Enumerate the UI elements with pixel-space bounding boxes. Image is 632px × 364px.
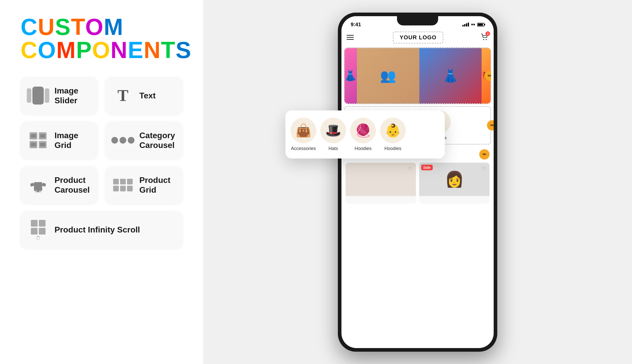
- products-row: ♡ 👩 ♡ Sale: [346, 163, 490, 204]
- popup-cat-hoodies2: 👶 Hoodies: [380, 118, 406, 151]
- logo: YOUR LOGO: [393, 32, 443, 43]
- product-carousel-icon: [28, 175, 48, 195]
- sale-badge: Sale: [421, 165, 433, 170]
- category-carousel-label: Category Carousel: [139, 130, 175, 150]
- popup-cat-accessories: 👜 Accessories: [291, 118, 316, 151]
- popup-label-hoodies2: Hoodies: [384, 146, 401, 151]
- category-popup: 👜 Accessories 🎩 Hats 🧶 Hoodies 👶 Hoodies: [285, 110, 445, 158]
- cart-badge: 2: [485, 31, 490, 36]
- battery-icon: [477, 23, 484, 26]
- product-infinity-icon: [28, 219, 48, 240]
- component-card-category-carousel[interactable]: Category Carousel: [105, 122, 183, 159]
- svg-rect-2: [42, 183, 46, 187]
- popup-circle-hoodies: 🧶: [350, 118, 376, 143]
- product-infinity-label: Product Infinity Scroll: [55, 225, 140, 235]
- popup-circle-hats: 🎩: [320, 118, 346, 143]
- image-slider-label: Image Slider: [55, 86, 91, 106]
- phone-mockup: 9:41 ▾▾: [338, 13, 497, 352]
- component-card-product-grid[interactable]: Product Grid: [105, 166, 183, 203]
- signal-icon: [462, 23, 469, 26]
- svg-point-7: [486, 39, 487, 40]
- heart-button-1[interactable]: ♡: [406, 165, 414, 173]
- page-title: CUSTOM COMPONENTS: [21, 15, 183, 62]
- components-grid: Image Slider T Text Image Grid: [21, 77, 183, 248]
- cart-button[interactable]: 2: [480, 33, 489, 42]
- text-icon: T: [113, 85, 133, 106]
- phone-screen: 9:41 ▾▾: [341, 16, 494, 348]
- image-grid-icon: [28, 130, 48, 151]
- svg-point-3: [35, 190, 37, 192]
- phone-notch: [397, 16, 438, 25]
- product-grid-label: Product Grid: [139, 175, 175, 195]
- heart-button-2[interactable]: ♡: [479, 165, 487, 173]
- banner-dashed-border: [344, 48, 491, 104]
- svg-point-6: [483, 39, 484, 40]
- product-card-2: 👩 ♡ Sale: [419, 163, 490, 204]
- component-card-product-carousel[interactable]: Product Carousel: [21, 166, 98, 203]
- wifi-icon: ▾▾: [471, 22, 475, 27]
- svg-point-5: [39, 190, 41, 192]
- popup-circle-accessories: 👜: [291, 118, 316, 143]
- component-card-product-infinity[interactable]: Product Infinity Scroll: [21, 211, 183, 248]
- product-card-1: ♡: [346, 163, 416, 204]
- holiday-edit-button[interactable]: ✏: [479, 149, 490, 160]
- svg-point-4: [37, 190, 39, 192]
- product-grid-icon: [113, 175, 133, 195]
- product-carousel-label: Product Carousel: [55, 175, 91, 195]
- text-label: Text: [139, 91, 156, 100]
- popup-label-hats: Hats: [328, 146, 338, 151]
- status-time: 9:41: [351, 22, 361, 27]
- component-card-image-slider[interactable]: Image Slider: [21, 77, 98, 114]
- left-panel: CUSTOM COMPONENTS Image Slider T Text: [0, 0, 203, 364]
- popup-circle-hoodies2: 👶: [380, 118, 406, 143]
- popup-cat-hats: 🎩 Hats: [320, 118, 346, 151]
- popup-label-hoodies: Hoodies: [355, 146, 372, 151]
- popup-cat-hoodies: 🧶 Hoodies: [350, 118, 376, 151]
- image-slider-icon: [28, 85, 48, 106]
- popup-label-accessories: Accessories: [291, 146, 316, 151]
- product-image-1: [346, 163, 416, 196]
- category-carousel-icon: [113, 130, 133, 151]
- app-header: YOUR LOGO 2: [341, 29, 494, 46]
- component-card-image-grid[interactable]: Image Grid: [21, 122, 98, 159]
- banner-section: 👗 👥 👗 👠 ✏: [344, 48, 491, 104]
- image-grid-label: Image Grid: [55, 130, 91, 150]
- hamburger-button[interactable]: [347, 33, 356, 42]
- right-panel: 9:41 ▾▾: [203, 0, 632, 364]
- svg-rect-1: [30, 183, 34, 187]
- popup-category-list: 👜 Accessories 🎩 Hats 🧶 Hoodies 👶 Hoodies: [291, 118, 440, 151]
- component-card-text[interactable]: T Text: [105, 77, 183, 114]
- svg-rect-0: [34, 182, 42, 191]
- status-icons: ▾▾: [462, 22, 484, 27]
